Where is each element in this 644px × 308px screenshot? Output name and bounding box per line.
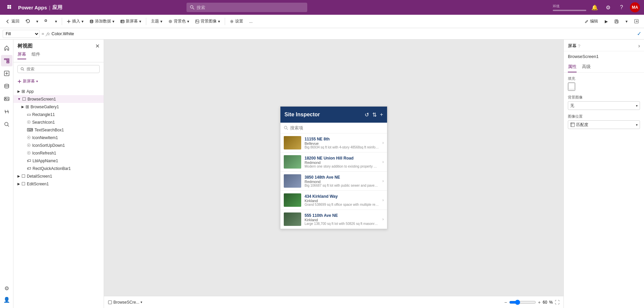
- tree-item-edit-screen[interactable]: ▶ ☐ EditScreen1: [13, 180, 104, 188]
- gallery-item[interactable]: 3850 148th Ave NE Redmond Big 106687 sq …: [280, 172, 387, 191]
- sidebar-treeview-button[interactable]: [1, 55, 12, 66]
- expand-button[interactable]: ⛶: [555, 300, 559, 305]
- tree-item-rectquickactionbar1[interactable]: 🏷 RectQuickActionBar1: [13, 165, 104, 172]
- settings-toolbar-button[interactable]: 设置: [227, 17, 246, 25]
- gallery-item[interactable]: 11155 NE 8th Bellevue Big 86934 sq ft lo…: [280, 133, 387, 152]
- tree-item-browse-gallery[interactable]: ▶ ⊞ BrowseGallery1: [13, 103, 104, 111]
- top-nav: Power Apps | 应用 环境 🔔 ⚙ ? MA: [0, 0, 644, 15]
- right-panel-close-button[interactable]: ›: [638, 43, 640, 49]
- app-refresh-icon[interactable]: ↺: [365, 112, 369, 118]
- env-bar: [553, 10, 586, 11]
- tree-tabs: 屏幕 组件: [13, 51, 104, 62]
- svg-point-4: [191, 6, 193, 8]
- gallery-info: 3850 148th Ave NE Redmond Big 106687 sq …: [305, 175, 379, 187]
- tree-item-iconrefresh1[interactable]: ☉ IconRefresh1: [13, 149, 104, 157]
- tab-properties[interactable]: 属性: [568, 62, 577, 72]
- save-dropdown-button[interactable]: ▾: [623, 18, 630, 25]
- sidebar-home-button[interactable]: [1, 42, 12, 54]
- tree-item-detail-screen[interactable]: ▶ ☐ DetailScreen1: [13, 172, 104, 180]
- tree-panel: 树视图 ✕ 屏幕 组件 新屏幕 ▾ ▶ ⊞ App ▼ ☐: [13, 40, 104, 308]
- svg-rect-1: [9, 5, 11, 7]
- zoom-slider[interactable]: [509, 300, 536, 305]
- app-search-input[interactable]: [290, 125, 384, 130]
- redo-button[interactable]: [42, 18, 52, 25]
- zoom-in-button[interactable]: +: [538, 300, 541, 305]
- undo-dropdown-button[interactable]: ▾: [34, 18, 41, 25]
- lblappname-name: LblAppName1: [33, 159, 101, 163]
- sidebar-data-button[interactable]: [1, 80, 12, 92]
- grid-menu-button[interactable]: [4, 2, 15, 13]
- new-screen-button[interactable]: 新屏幕 ▾: [118, 17, 144, 25]
- new-screen-tree-button[interactable]: 新屏幕 ▾: [17, 77, 100, 85]
- sidebar-variables-button[interactable]: [1, 106, 12, 117]
- gallery-item-title: 555 110th Ave NE: [305, 213, 379, 218]
- sidebar-account-button[interactable]: 👤: [1, 294, 12, 305]
- tree-search-input[interactable]: [26, 67, 97, 71]
- notification-button[interactable]: 🔔: [590, 2, 600, 12]
- tree-close-button[interactable]: ✕: [95, 43, 100, 49]
- tree-item-iconnewitem1[interactable]: ☉ IconNewItem1: [13, 134, 104, 141]
- gallery-item[interactable]: 434 Kirkland Way Kirkland Grand 538699 s…: [280, 191, 387, 210]
- tree-item-lblappname1[interactable]: 🏷 LblAppName1: [13, 157, 104, 165]
- copy-dropdown-button[interactable]: ▾: [52, 18, 60, 25]
- search-input[interactable]: [197, 5, 304, 10]
- add-data-button[interactable]: 添加数据 ▾: [87, 17, 117, 25]
- sidebar-insert-button[interactable]: [1, 68, 12, 79]
- tree-item-iconsortupdown1[interactable]: ☉ IconSortUpDown1: [13, 141, 104, 149]
- topnav-right: 环境 🔔 ⚙ ? MA: [553, 2, 640, 12]
- theme-button[interactable]: 主题 ▾: [148, 17, 165, 25]
- app-sort-icon[interactable]: ⇅: [372, 112, 377, 118]
- tree-title: 树视图: [17, 43, 33, 49]
- screen-tab[interactable]: BrowseSCre... ▾: [108, 300, 142, 305]
- sidebar-media-button[interactable]: [1, 93, 12, 105]
- settings-button[interactable]: ⚙: [603, 2, 613, 12]
- app-search-bar[interactable]: [280, 123, 387, 133]
- image-position-value[interactable]: 匹配度 ▾: [568, 120, 640, 129]
- bg-color-label: 背景色: [174, 18, 186, 24]
- preview-button[interactable]: ▶: [602, 18, 610, 25]
- zoom-out-button[interactable]: −: [504, 300, 507, 305]
- formula-check[interactable]: ✓: [637, 30, 641, 37]
- zoom-unit: %: [549, 300, 553, 305]
- insert-button[interactable]: 插入 ▾: [64, 17, 86, 25]
- publish-button[interactable]: [632, 18, 641, 25]
- help-button[interactable]: ?: [616, 2, 627, 12]
- image-position-chevron: ▾: [636, 123, 638, 127]
- property-select[interactable]: Fill: [3, 30, 40, 38]
- tab-advanced[interactable]: 高级: [582, 62, 591, 72]
- bg-color-button[interactable]: 背景色 ▾: [166, 17, 192, 25]
- bg-image-button[interactable]: 背景图像 ▾: [193, 17, 223, 25]
- app-add-icon[interactable]: +: [380, 112, 383, 118]
- edit-button[interactable]: 编辑: [582, 17, 601, 25]
- app-name: App: [26, 89, 101, 94]
- back-button[interactable]: 返回: [3, 17, 22, 25]
- tab-screen[interactable]: 屏幕: [17, 51, 26, 59]
- gallery-item-title: 18200 NE Union Hill Road: [305, 156, 379, 161]
- gallery-item[interactable]: 18200 NE Union Hill Road Redmond Modern …: [280, 152, 387, 172]
- add-data-icon: [90, 19, 94, 23]
- tree-item-textsearchbox1[interactable]: ⌨ TextSearchBox1: [13, 126, 104, 134]
- tree-item-browse-screen[interactable]: ▼ ☐ BrowseScreen1 •••: [13, 95, 104, 103]
- screen-tab-chevron: ▾: [141, 300, 142, 304]
- formula-input[interactable]: [52, 30, 635, 38]
- sidebar-settings-bottom-button[interactable]: ⚙: [1, 283, 12, 294]
- bg-image-value[interactable]: 无 ▾: [568, 101, 640, 110]
- new-screen-tree-chevron: ▾: [36, 79, 38, 83]
- fill-color-picker[interactable]: [568, 82, 575, 91]
- tree-item-searchicon1[interactable]: ☉ SearchIcon1: [13, 118, 104, 126]
- sidebar-search-button[interactable]: [1, 119, 12, 130]
- gallery-item[interactable]: 555 110th Ave NE Kirkland Large 138,700 …: [280, 210, 387, 229]
- tree-item-app[interactable]: ▶ ⊞ App: [13, 87, 104, 95]
- right-panel-help-icon[interactable]: ?: [578, 44, 580, 49]
- textsearchbox-name: TextSearchBox1: [35, 128, 101, 132]
- avatar[interactable]: MA: [630, 2, 640, 12]
- tree-search[interactable]: [17, 65, 100, 73]
- more-button[interactable]: ...: [247, 18, 255, 25]
- tab-component[interactable]: 组件: [32, 51, 40, 59]
- toolbar-right: 编辑 ▶ ▾: [582, 17, 641, 25]
- tree-item-rectangle11[interactable]: ▭ Rectangle11: [13, 111, 104, 118]
- image-position-icon: [570, 122, 575, 127]
- global-search[interactable]: [186, 3, 307, 12]
- undo-button[interactable]: [23, 18, 33, 25]
- save-button[interactable]: [612, 18, 622, 25]
